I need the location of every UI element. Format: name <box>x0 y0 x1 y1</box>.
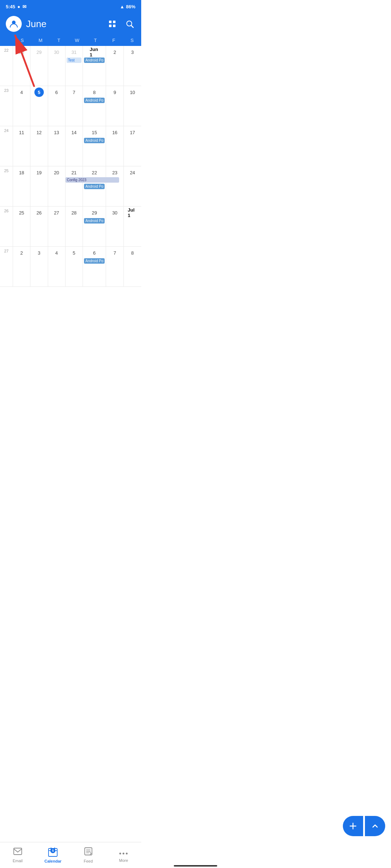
day-cell-jun25[interactable]: 25 <box>13 207 30 246</box>
day-number: 23 <box>110 168 119 177</box>
day-cell-jun1[interactable]: Jun 1 Android Po <box>83 46 106 86</box>
event-android-po-jul6[interactable]: Android Po <box>84 258 105 264</box>
wifi-icon: ● <box>17 4 20 9</box>
day-cell-jun28[interactable]: 28 <box>66 207 83 246</box>
day-cell-jun9[interactable]: 9 <box>106 86 123 126</box>
day-number: Jun 1 <box>90 47 99 57</box>
day-cell-jun17[interactable]: 17 <box>124 126 141 166</box>
day-number: 17 <box>128 128 137 137</box>
day-header-wed: W <box>68 38 87 43</box>
day-number: 8 <box>128 248 137 258</box>
event-android-po-29[interactable]: Android Po <box>84 218 105 224</box>
day-cell-29-may[interactable]: 29 <box>30 46 48 86</box>
day-number: 29 <box>34 47 44 57</box>
day-number: 6 <box>90 248 99 258</box>
day-cell-jun8[interactable]: 8 Android Po <box>83 86 106 126</box>
event-android-po[interactable]: Android Po <box>84 58 105 63</box>
svg-line-6 <box>131 26 134 28</box>
day-cell-jul4[interactable]: 4 <box>48 247 66 286</box>
week-num-25: 25 <box>0 166 13 206</box>
day-number: 10 <box>128 88 137 97</box>
day-cell-jun2[interactable]: 2 <box>106 46 123 86</box>
day-cell-jun13[interactable]: 13 <box>48 126 66 166</box>
day-cell-jun4[interactable]: 4 <box>13 86 30 126</box>
day-number: 28 <box>17 47 26 57</box>
day-cell-jun16[interactable]: 16 <box>106 126 123 166</box>
day-cell-jul2[interactable]: 2 <box>13 247 30 286</box>
day-number-jul1: Jul 1 <box>128 208 137 217</box>
week-num-23: 23 <box>0 86 13 126</box>
day-header-fri: F <box>105 38 123 43</box>
week-num-22: 22 <box>0 46 13 86</box>
day-cell-jun30[interactable]: 30 <box>106 207 123 246</box>
day-cell-jun23[interactable]: 23 <box>106 166 123 206</box>
day-number: 3 <box>34 248 44 258</box>
day-cell-jul3[interactable]: 3 <box>30 247 48 286</box>
day-number: 24 <box>128 168 137 177</box>
day-cell-jun3[interactable]: 3 <box>124 46 141 86</box>
status-left: 5:45 ● ✉ <box>6 4 26 9</box>
day-cell-jun5[interactable]: 5 <box>30 86 48 126</box>
day-cell-jun10[interactable]: 10 <box>124 86 141 126</box>
day-number: 27 <box>52 208 61 217</box>
svg-rect-1 <box>109 21 112 23</box>
avatar-button[interactable] <box>6 16 22 32</box>
week-row-22: 22 28 29 30 31 Test Jun 1 Android Po 2 3 <box>0 46 141 86</box>
day-cell-jul7[interactable]: 7 <box>106 247 123 286</box>
status-right: ▲ 86% <box>120 4 135 9</box>
day-cell-jun29[interactable]: 29 Android Po <box>83 207 106 246</box>
day-cell-jun27[interactable]: 27 <box>48 207 66 246</box>
day-header-row: S M T W T F S <box>0 36 141 46</box>
day-cell-28-may[interactable]: 28 <box>13 46 30 86</box>
day-number: 20 <box>52 168 61 177</box>
week-row-23: 23 4 5 6 7 8 Android Po 9 10 <box>0 86 141 126</box>
svg-rect-2 <box>113 21 115 23</box>
grid-view-button[interactable] <box>106 18 118 30</box>
day-cell-31-may[interactable]: 31 Test <box>66 46 83 86</box>
day-cell-jun19[interactable]: 19 <box>30 166 48 206</box>
day-cell-jun22[interactable]: 22 Android Po <box>83 166 106 206</box>
day-number: 14 <box>69 128 79 137</box>
day-header-thu: T <box>86 38 105 43</box>
day-number: 15 <box>90 128 99 137</box>
event-android-po-15[interactable]: Android Po <box>84 138 105 143</box>
day-cell-jun20[interactable]: 20 <box>48 166 66 206</box>
event-android-po-8[interactable]: Android Po <box>84 98 105 103</box>
day-cell-jun6[interactable]: 6 <box>48 86 66 126</box>
day-cell-jun15[interactable]: 15 Android Po <box>83 126 106 166</box>
day-cell-jul5[interactable]: 5 <box>66 247 83 286</box>
day-cell-30-may[interactable]: 30 <box>48 46 66 86</box>
day-number: 2 <box>110 47 119 57</box>
event-android-po-22[interactable]: Android Po <box>84 184 105 189</box>
event-config-2023[interactable]: Config 2023 <box>66 177 119 183</box>
week-num-26: 26 <box>0 207 13 246</box>
search-button[interactable] <box>124 18 135 30</box>
day-number: 3 <box>128 47 137 57</box>
day-cell-jul8[interactable]: 8 <box>124 247 141 286</box>
day-number: 12 <box>34 128 44 137</box>
day-number: 30 <box>52 47 61 57</box>
day-cell-jun14[interactable]: 14 <box>66 126 83 166</box>
day-number: 2 <box>17 248 26 258</box>
day-cell-jun21[interactable]: 21 Config 2023 <box>66 166 83 206</box>
day-cell-jun7[interactable]: 7 <box>66 86 83 126</box>
day-number: 18 <box>17 168 26 177</box>
signal-icon: ▲ <box>120 4 125 9</box>
day-cell-jun24[interactable]: 24 <box>124 166 141 206</box>
event-test[interactable]: Test <box>67 58 81 63</box>
day-header-sun: S <box>13 38 31 43</box>
day-cell-jun11[interactable]: 11 <box>13 126 30 166</box>
header-actions <box>106 18 135 30</box>
message-icon: ✉ <box>22 4 26 9</box>
week-num-24: 24 <box>0 126 13 166</box>
day-header-mon: M <box>31 38 50 43</box>
day-cell-jul6[interactable]: 6 Android Po <box>83 247 106 286</box>
week-row-27: 27 2 3 4 5 6 Android Po 7 8 <box>0 247 141 287</box>
day-cell-jun26[interactable]: 26 <box>30 207 48 246</box>
day-number: 25 <box>17 208 26 217</box>
day-cell-jun12[interactable]: 12 <box>30 126 48 166</box>
day-cell-jun18[interactable]: 18 <box>13 166 30 206</box>
day-number: 11 <box>17 128 26 137</box>
day-cell-jul1[interactable]: Jul 1 <box>124 207 141 246</box>
svg-rect-3 <box>109 25 112 27</box>
